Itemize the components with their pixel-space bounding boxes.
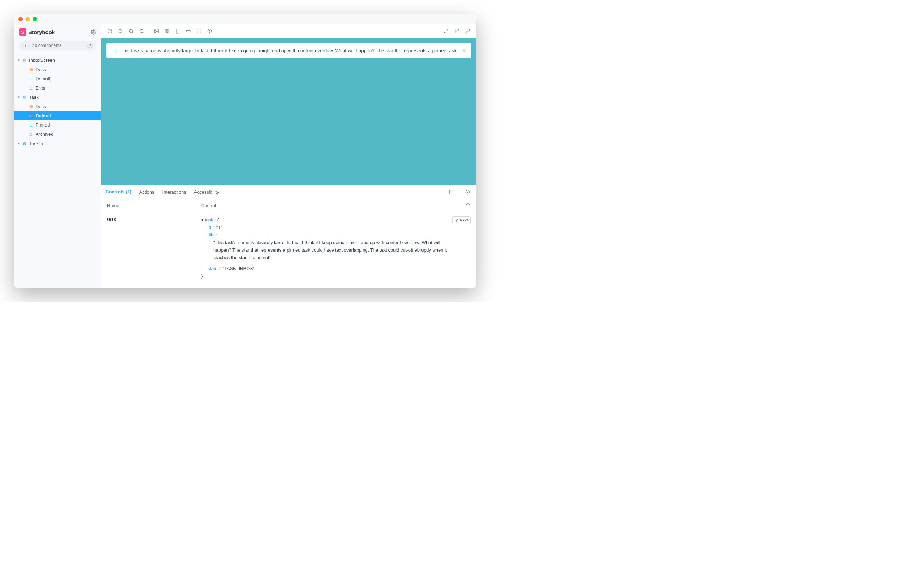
column-control-header: Control: [201, 203, 456, 208]
bookmark-icon: ◻: [28, 132, 33, 136]
sidebar-item-task-pinned[interactable]: ◻ Pinned: [14, 120, 101, 129]
svg-rect-24: [197, 29, 201, 33]
tree-label: Error: [36, 85, 46, 91]
tab-actions[interactable]: Actions: [139, 185, 155, 199]
tree-label: Default: [36, 113, 51, 118]
background-icon[interactable]: [152, 26, 161, 36]
chevron-right-icon: ▸: [18, 142, 21, 145]
panel-orientation-icon[interactable]: [447, 190, 455, 195]
sidebar-item-inboxscreen[interactable]: ▾ ⊞ InboxScreen: [14, 55, 101, 65]
sidebar-item-task-default[interactable]: ◻ Default: [14, 111, 101, 120]
app-body: S Storybook / ▾ ⊞ InboxScreen: [14, 24, 476, 288]
svg-line-4: [122, 32, 123, 33]
reset-controls-icon[interactable]: [456, 203, 470, 208]
document-icon: ▤: [28, 68, 33, 71]
sidebar-item-inboxscreen-default[interactable]: ◻ Default: [14, 74, 101, 83]
search-input[interactable]: [29, 43, 85, 48]
tab-accessibility[interactable]: Accessibility: [194, 185, 219, 199]
chevron-down-icon: ▾: [18, 95, 21, 99]
tree-label: TaskList: [29, 141, 46, 146]
task-title-text: This task's name is absurdly large. In f…: [120, 48, 457, 53]
svg-rect-15: [167, 29, 169, 31]
sidebar-item-task-archived[interactable]: ◻ Archived: [14, 129, 101, 139]
brand-title: Storybook: [28, 29, 55, 35]
component-icon: ⊞: [22, 142, 27, 145]
sidebar-item-task-docs[interactable]: ▤ Docs: [14, 102, 101, 111]
raw-toggle-button[interactable]: RAW: [452, 216, 470, 224]
sidebar-item-inboxscreen-error[interactable]: ◻ Error: [14, 83, 101, 93]
window-titlebar: [14, 14, 476, 24]
close-panel-icon[interactable]: [464, 190, 472, 195]
viewport-icon[interactable]: [173, 26, 183, 36]
fullscreen-icon[interactable]: [441, 26, 451, 36]
sidebar-header: S Storybook: [14, 24, 101, 38]
gear-icon[interactable]: [91, 30, 96, 35]
svg-rect-17: [167, 31, 169, 33]
window-zoom-dot[interactable]: [33, 17, 37, 21]
json-key-state: state: [208, 266, 218, 271]
svg-rect-29: [450, 190, 454, 194]
svg-point-34: [456, 220, 457, 221]
remount-icon[interactable]: [105, 26, 115, 36]
bookmark-icon: ◻: [28, 123, 33, 127]
tree-label: InboxScreen: [29, 58, 55, 63]
addon-tabs: Controls (1) Actions Interactions Access…: [101, 185, 476, 199]
story-canvas: This task's name is absurdly large. In f…: [101, 38, 476, 185]
addons-panel: Controls (1) Actions Interactions Access…: [101, 185, 476, 288]
tree-label: Task: [29, 94, 39, 100]
svg-rect-14: [165, 29, 167, 31]
component-icon: ⊞: [22, 95, 27, 99]
star-icon[interactable]: [461, 48, 467, 53]
control-name: task: [107, 216, 201, 280]
search-icon: [22, 43, 26, 48]
brand[interactable]: S Storybook: [19, 28, 55, 36]
svg-point-13: [155, 30, 156, 31]
copy-link-icon[interactable]: [463, 26, 473, 36]
svg-line-27: [457, 29, 459, 31]
tab-controls[interactable]: Controls (1): [106, 185, 132, 199]
bookmark-icon: ◻: [28, 86, 33, 90]
svg-line-2: [25, 46, 26, 47]
navigation-tree: ▾ ⊞ InboxScreen ▤ Docs ◻ Default ◻: [14, 54, 101, 148]
task-checkbox[interactable]: [111, 48, 116, 53]
chevron-down-icon: ▾: [18, 58, 21, 62]
svg-point-1: [23, 44, 26, 47]
json-key-task: task: [205, 217, 214, 223]
json-value-state: "TASK_INBOX": [223, 266, 255, 271]
svg-point-10: [140, 30, 143, 32]
zoom-out-icon[interactable]: [126, 26, 136, 36]
controls-header-row: Name Control: [101, 199, 476, 212]
bookmark-icon: ◻: [28, 114, 33, 117]
document-icon: ▤: [28, 104, 33, 108]
canvas-toolbar: [101, 24, 476, 38]
svg-point-0: [93, 31, 94, 33]
main-panel: This task's name is absurdly large. In f…: [101, 24, 476, 288]
toolbar-separator: [149, 28, 149, 35]
sidebar-item-task[interactable]: ▾ ⊞ Task: [14, 93, 101, 102]
svg-line-8: [132, 32, 133, 33]
svg-rect-16: [165, 31, 167, 33]
search-input-wrapper[interactable]: /: [18, 41, 97, 50]
control-row-onarchivetask: onArchiveTask -: [101, 284, 476, 288]
tab-interactions[interactable]: Interactions: [162, 185, 186, 199]
window-minimize-dot[interactable]: [26, 17, 30, 21]
sidebar-item-inboxscreen-docs[interactable]: ▤ Docs: [14, 65, 101, 74]
zoom-reset-icon[interactable]: [137, 26, 147, 36]
outline-icon[interactable]: [194, 26, 204, 36]
grid-icon[interactable]: [162, 26, 172, 36]
tree-label: Pinned: [36, 122, 50, 127]
json-value-title: "This task's name is absurdly large. In …: [201, 239, 450, 261]
controls-body: Name Control task ▾ task : { id: [101, 199, 476, 288]
app-window: S Storybook / ▾ ⊞ InboxScreen: [14, 14, 476, 288]
json-value-id: "1": [216, 225, 222, 230]
sidebar-item-tasklist[interactable]: ▸ ⊞ TaskList: [14, 139, 101, 148]
bookmark-icon: ◻: [28, 77, 33, 81]
column-name-header: Name: [107, 203, 201, 208]
open-new-tab-icon[interactable]: [452, 26, 462, 36]
svg-line-11: [143, 32, 144, 33]
measure-icon[interactable]: [183, 26, 193, 36]
window-close-dot[interactable]: [18, 17, 23, 21]
accessibility-icon[interactable]: [205, 26, 214, 36]
control-value[interactable]: ▾ task : { id : "1" title : "This task's…: [201, 216, 470, 280]
zoom-in-icon[interactable]: [116, 26, 125, 36]
